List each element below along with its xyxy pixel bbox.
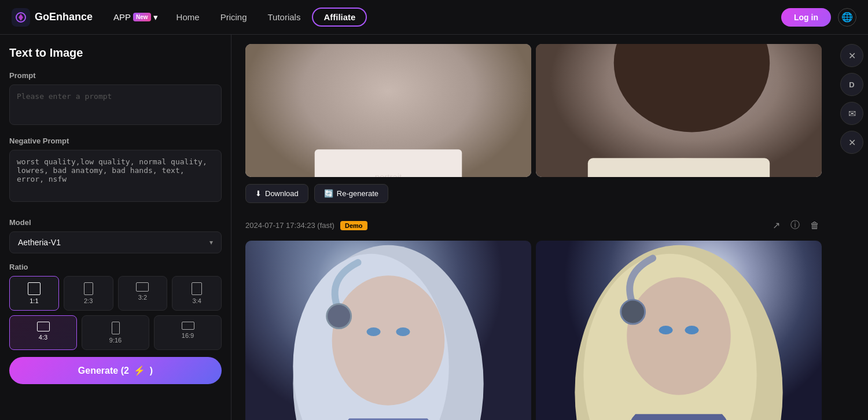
download-icon-1: ⬇ [255,189,262,198]
nav-tutorials-link[interactable]: Tutorials [258,9,310,25]
svg-point-22 [659,326,673,334]
gen-badge-demo: Demo [340,221,367,230]
close-icon-2: ✕ [848,137,856,148]
svg-rect-9 [588,158,770,177]
model-select[interactable]: Aetheria-V1 ▾ [9,231,222,253]
generate-label: Generate (2 [78,366,129,376]
prompt-input[interactable] [9,84,222,125]
nav-affiliate-button[interactable]: Affiliate [312,8,367,27]
ratio-9-16[interactable]: 9:16 [82,315,149,350]
negative-prompt-section: Negative Prompt worst quality,low qualit… [9,137,222,213]
gen-meta-2: 2024-07-17 17:34:23 (fast) Demo ↗ ⓘ 🗑 [245,217,822,234]
ratio-label: Ratio [9,263,222,271]
ratio-3-4[interactable]: 3:4 [172,276,222,311]
delete-icon-2: 🗑 [810,220,819,230]
svg-point-23 [685,326,698,334]
model-chevron-icon: ▾ [209,238,213,246]
generation-block-1: portrait [245,44,822,203]
prompt-label: Prompt [9,71,222,80]
share-button-2[interactable]: ↗ [770,218,782,233]
model-value: Aetheria-V1 [18,238,61,247]
action-row-1: ⬇ Download 🔄 Re-generate [245,184,822,203]
right-sidebar: ✕ D ✉ ✕ [836,35,868,420]
portrait-svg-1: portrait [245,44,531,177]
globe-icon: 🌐 [841,12,853,23]
ratio-3-4-icon [192,282,202,295]
ratio-section: Ratio 1:1 2:3 3:2 3:4 [9,263,222,350]
nav-app-label: APP [113,12,131,22]
ratio-16-9[interactable]: 16:9 [154,315,222,350]
svg-text:portrait: portrait [375,172,402,177]
ratio-16-9-icon [182,322,194,330]
svg-point-24 [621,300,645,324]
generate-credit-icon: ⚡ [134,365,145,376]
model-section: Model Aetheria-V1 ▾ [9,218,222,253]
negative-prompt-input[interactable]: worst quality,low quality, normal qualit… [9,150,222,202]
ratio-1-1[interactable]: 1:1 [9,276,59,311]
globe-button[interactable]: 🌐 [838,8,856,27]
svg-point-16 [396,327,410,336]
logo-icon [12,8,30,27]
page-title: Text to Image [9,46,222,60]
ratio-1-1-icon [28,282,41,295]
ratio-9-16-icon [112,322,120,334]
discord-icon: D [849,80,854,89]
email-icon: ✉ [848,108,856,119]
generate-button[interactable]: Generate (2 ⚡ ) [9,357,222,384]
svg-point-15 [367,327,381,336]
regen-button-1[interactable]: 🔄 Re-generate [314,184,388,203]
model-label: Model [9,218,222,227]
negative-prompt-label: Negative Prompt [9,137,222,145]
image-portrait-1: portrait [245,44,531,177]
nav-app-chevron: ▾ [153,12,158,23]
cyber-svg-1 [245,241,531,420]
email-button[interactable]: ✉ [840,102,863,125]
svg-point-17 [327,304,351,329]
image-cyber-2 [536,241,822,420]
content-area: portrait [231,35,836,420]
svg-point-14 [332,275,445,406]
main-layout: Text to Image Prompt Negative Prompt wor… [0,35,868,420]
ratio-4-3[interactable]: 4:3 [9,315,77,350]
header: GoEnhance APP New ▾ Home Pricing Tutoria… [0,0,868,35]
share-icon-2: ↗ [773,220,780,230]
nav-app-badge: New [133,13,151,21]
close-icon-1: ✕ [848,50,856,61]
delete-button-2[interactable]: 🗑 [808,218,822,233]
ratio-2-3[interactable]: 2:3 [64,276,113,311]
generation-block-2: 2024-07-17 17:34:23 (fast) Demo ↗ ⓘ 🗑 [245,217,822,420]
cyber-svg-2 [536,241,822,420]
ratio-3-2[interactable]: 3:2 [118,276,168,311]
right-close-button-1[interactable]: ✕ [840,44,863,67]
prompt-section: Prompt [9,71,222,127]
gen-actions-2: ↗ ⓘ 🗑 [770,217,822,234]
regen-icon-1: 🔄 [324,189,333,198]
info-button-2[interactable]: ⓘ [788,217,802,234]
image-portrait-2 [536,44,822,177]
discord-button[interactable]: D [840,73,863,96]
header-right: Log in 🌐 [781,8,856,27]
info-icon-2: ⓘ [790,220,800,230]
nav-pricing-link[interactable]: Pricing [211,9,256,25]
right-close-button-2[interactable]: ✕ [840,131,863,154]
logo-text: GoEnhance [35,11,93,23]
nav-area: APP New ▾ Home Pricing Tutorials Affilia… [106,8,781,27]
image-cyber-1 [245,241,531,420]
svg-point-21 [627,277,731,395]
generate-close-paren: ) [150,366,153,376]
download-button-1[interactable]: ⬇ Download [245,184,308,203]
download-label-1: Download [265,189,299,198]
ratio-grid-1: 1:1 2:3 3:2 3:4 [9,276,222,311]
images-grid-2 [245,241,822,420]
nav-app-button[interactable]: APP New ▾ [106,9,165,26]
images-grid-1: portrait [245,44,822,177]
sidebar: Text to Image Prompt Negative Prompt wor… [0,35,231,420]
ratio-4-3-icon [37,322,50,331]
regen-label-1: Re-generate [337,189,378,198]
login-button[interactable]: Log in [781,8,831,27]
ratio-2-3-icon [84,282,93,295]
nav-home-link[interactable]: Home [167,9,209,25]
ratio-3-2-icon [136,282,149,292]
logo-area: GoEnhance [12,8,93,27]
portrait-svg-2 [536,44,822,177]
